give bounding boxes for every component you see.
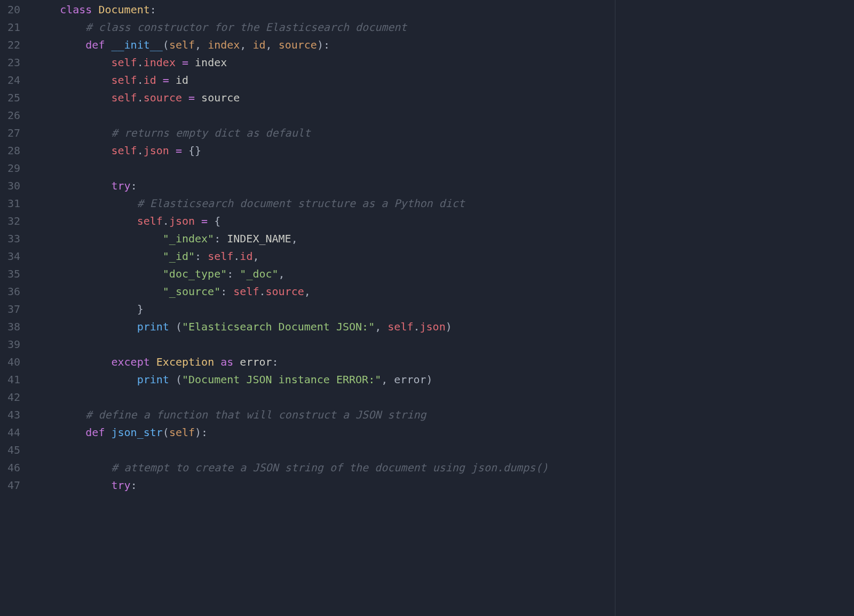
code-token: self xyxy=(112,91,137,104)
code-token: json xyxy=(420,320,446,333)
code-line[interactable]: # class constructor for the Elasticsearc… xyxy=(34,19,854,36)
code-token: source xyxy=(195,91,240,104)
code-token xyxy=(34,215,137,227)
code-token: : xyxy=(131,179,137,192)
code-token: try xyxy=(112,479,131,492)
code-token xyxy=(34,3,60,16)
code-token: . xyxy=(163,215,169,227)
code-token xyxy=(34,74,112,86)
code-token: self xyxy=(233,285,259,298)
line-number: 45 xyxy=(0,441,20,459)
code-token xyxy=(34,303,137,315)
code-line[interactable]: # returns empty dict as default xyxy=(34,124,854,142)
line-number: 40 xyxy=(0,353,20,371)
code-token: id xyxy=(169,74,188,86)
code-token: index xyxy=(208,38,240,51)
code-token: # define a function that will construct … xyxy=(85,408,426,421)
code-token: # returns empty dict as default xyxy=(112,127,311,139)
code-token: ( xyxy=(163,38,169,51)
code-token: self xyxy=(208,250,233,263)
code-line[interactable] xyxy=(34,160,854,177)
code-token: , xyxy=(291,232,298,245)
code-token: ) xyxy=(446,320,452,333)
line-number: 23 xyxy=(0,54,20,72)
code-line[interactable]: print ("Elasticsearch Document JSON:", s… xyxy=(34,318,854,336)
code-token xyxy=(34,373,137,386)
code-token: # attempt to create a JSON string of the… xyxy=(112,461,549,474)
code-token xyxy=(214,356,220,368)
code-token: id xyxy=(144,74,156,86)
code-token: . xyxy=(137,56,144,69)
code-token xyxy=(169,144,176,157)
code-token xyxy=(34,285,163,298)
code-line[interactable]: # Elasticsearch document structure as a … xyxy=(34,195,854,212)
code-token xyxy=(34,267,163,280)
code-line[interactable] xyxy=(34,441,854,459)
code-line[interactable]: self.index = index xyxy=(34,54,854,72)
code-token xyxy=(34,250,163,263)
line-number: 44 xyxy=(0,424,20,441)
code-line[interactable]: # define a function that will construct … xyxy=(34,406,854,424)
line-number: 26 xyxy=(0,107,20,124)
code-token xyxy=(156,74,163,86)
code-line[interactable] xyxy=(34,336,854,353)
code-line[interactable]: try: xyxy=(34,177,854,195)
code-token: = xyxy=(163,74,169,86)
code-token: self xyxy=(112,144,137,157)
code-token: , xyxy=(252,250,259,263)
code-line[interactable]: "doc_type": "_doc", xyxy=(34,265,854,283)
code-token: __init__ xyxy=(112,38,163,51)
code-token: error xyxy=(233,356,272,368)
code-token: index xyxy=(144,56,176,69)
code-line[interactable]: self.source = source xyxy=(34,89,854,107)
code-area[interactable]: class Document: # class constructor for … xyxy=(30,1,854,616)
code-line[interactable]: "_source": self.source, xyxy=(34,283,854,301)
line-number: 42 xyxy=(0,389,20,406)
line-number: 37 xyxy=(0,301,20,318)
code-token: ( xyxy=(176,373,182,386)
code-token: , xyxy=(304,285,311,298)
code-token xyxy=(34,356,112,368)
code-line[interactable]: try: xyxy=(34,477,854,494)
code-line[interactable] xyxy=(34,389,854,406)
code-line[interactable]: self.json = {} xyxy=(34,142,854,160)
line-number: 36 xyxy=(0,283,20,301)
code-token xyxy=(169,373,176,386)
code-token: ): xyxy=(195,426,208,439)
line-number: 41 xyxy=(0,371,20,389)
code-line[interactable]: except Exception as error: xyxy=(34,353,854,371)
code-token xyxy=(169,320,176,333)
code-editor[interactable]: 2021222324252627282930313233343536373839… xyxy=(0,0,854,616)
code-token: id xyxy=(252,38,265,51)
code-token xyxy=(182,91,188,104)
line-number: 31 xyxy=(0,195,20,212)
code-token: print xyxy=(137,373,169,386)
code-line[interactable]: def __init__(self, index, id, source): xyxy=(34,36,854,54)
code-line[interactable]: "_id": self.id, xyxy=(34,248,854,265)
code-token: : xyxy=(227,267,240,280)
code-token: "_index" xyxy=(163,232,214,245)
code-line[interactable]: print ("Document JSON instance ERROR:", … xyxy=(34,371,854,389)
code-token: ( xyxy=(176,320,182,333)
code-line[interactable]: self.json = { xyxy=(34,212,854,230)
code-token: : xyxy=(150,3,156,16)
code-line[interactable]: # attempt to create a JSON string of the… xyxy=(34,459,854,477)
line-number: 47 xyxy=(0,477,20,494)
code-token: self xyxy=(112,56,137,69)
code-line[interactable]: "_index": INDEX_NAME, xyxy=(34,230,854,248)
code-line[interactable]: class Document: xyxy=(34,1,854,19)
line-number: 25 xyxy=(0,89,20,107)
code-token: : xyxy=(272,356,279,368)
code-token: , error) xyxy=(381,373,432,386)
code-line[interactable]: self.id = id xyxy=(34,72,854,89)
code-line[interactable] xyxy=(34,107,854,124)
line-number: 29 xyxy=(0,160,20,177)
code-token: json xyxy=(169,215,195,227)
code-token xyxy=(208,215,214,227)
code-line[interactable]: } xyxy=(34,301,854,318)
code-line[interactable]: def json_str(self): xyxy=(34,424,854,441)
code-token: self xyxy=(169,426,195,439)
code-token xyxy=(34,197,137,210)
code-token: "_id" xyxy=(163,250,195,263)
code-token xyxy=(34,91,112,104)
